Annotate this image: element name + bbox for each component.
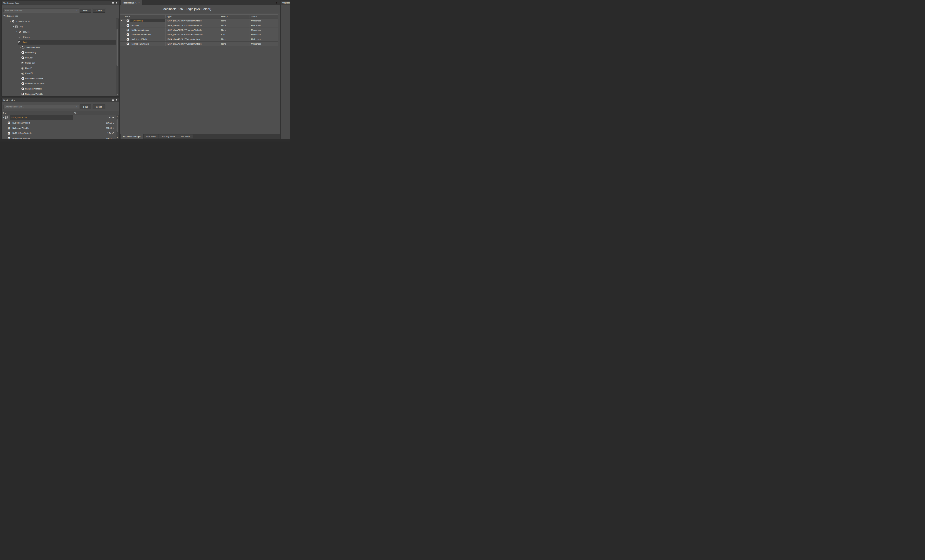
table-row-funlock[interactable]: B FunLock iSMA_platAAC20::NVBooleanWrita… [121,23,278,28]
panel-title: Device Kits [3,99,110,101]
kit-row-nvbooleanwritable[interactable]: B NVBooleanWritable 100.00 B [2,120,119,125]
tree-node-constfloat[interactable]: N ConstFloat [2,60,119,65]
restore-window-icon[interactable] [111,99,114,102]
nv-values-table-area: Name Type History Status ▶ B FunRunning … [120,13,280,134]
chevron-down-icon[interactable]: ▾ [16,41,18,43]
table-row-funrunning[interactable]: ▶ B FunRunning iSMA_platAAC20::NVBoolean… [121,18,278,23]
device-kits-panel-header: Device Kits [2,98,119,102]
column-header-type[interactable]: Type [166,15,220,18]
tree-node-drivers[interactable]: ▸ Drivers [2,35,119,39]
tab-wire-sheet[interactable]: Wire Sheet [143,134,159,139]
enum-badge-icon: E [127,38,129,41]
view-switch-tab-bar: NVvalues Manager Wire Sheet Property She… [120,134,280,139]
tree-node-label: ConstF1 [24,72,33,74]
chevron-right-icon[interactable]: ▸ [19,47,21,48]
view-title: localhost:1876 - Logic [sys::Folder] [163,7,211,11]
tab-slot-sheet[interactable]: Slot Sheet [178,134,193,139]
scroll-up-icon[interactable]: ▲ [116,19,118,21]
tree-node-funlock[interactable]: B FunLock [2,55,119,60]
workspace-tree-panel: Workspace Tree ▼ Find Clear Workspace Tr… [2,1,119,96]
chevron-right-icon[interactable]: ▸ [16,36,18,38]
tab-property-sheet[interactable]: Property Sheet [159,134,178,139]
chevron-down-icon[interactable]: ▾ [2,117,5,118]
scroll-up-icon[interactable]: ▲ [116,115,118,117]
enum-badge-icon: E [8,132,11,135]
tree-node-constf1[interactable]: N ConstF1 [2,71,119,76]
cell-name: FunRunning [130,19,166,23]
chevron-down-icon[interactable]: ▾ [9,21,12,22]
kit-row-size: 1.57 kB [73,116,119,119]
tree-node-nvmultistatewritable[interactable]: E NVMultiStateWritable [2,81,119,86]
kit-row-size: 112.00 B [73,127,119,129]
chevron-down-icon[interactable]: ▾ [12,26,15,27]
column-header-history[interactable]: History [220,15,250,18]
close-icon[interactable]: ✕ [138,2,140,4]
cell-type: iSMA_platAAC20::NVIntegerWritable [166,37,220,41]
chevron-right-icon[interactable]: ▸ [16,31,18,33]
restore-window-icon[interactable] [111,2,114,4]
table-row-nvbooleanwritable[interactable]: B NVBooleanWritable iSMA_platAAC20::NVBo… [121,42,278,46]
cell-type: iSMA_platAAC20::NVBooleanWritable [166,18,220,23]
device-kits-scrollbar[interactable]: ▲ ▼ [116,115,119,139]
scroll-down-icon[interactable]: ▼ [116,136,118,138]
object-properties-panel: Object P [281,1,290,139]
kit-row-nvnumericwritable[interactable]: N NVNumericWritable 120.00 B [2,136,119,139]
tree-node-funrunning[interactable]: B FunRunning [2,50,119,55]
tree-node-nvintegerwritable[interactable]: E NVIntegerWritable [2,86,119,91]
pin-icon[interactable] [115,99,118,102]
workspace-tree-scrollbar[interactable]: ▲ ▼ [116,18,119,96]
kit-row-nvmultistatewritable[interactable]: E NVMultiStateWritable 1.24 kB [2,131,119,136]
cell-status: Unlicensed [250,42,278,46]
tree-node-nvnumericwritable[interactable]: N NVNumericWritable [2,76,119,81]
tree-node-logic[interactable]: ▾ Logic [2,39,119,45]
search-input[interactable] [4,105,78,108]
column-header-size[interactable]: Size [73,112,119,114]
main-view: localhost:1876 ✕ + localhost:1876 - Logi… [120,0,280,139]
tree-node-measurements[interactable]: ▸ Measurements [2,45,119,50]
pin-icon[interactable] [115,2,118,4]
clear-button[interactable]: Clear [93,8,105,13]
combo-dropdown-icon[interactable]: ▼ [76,10,77,11]
cell-type: iSMA_platAAC20::NVNumericWritable [166,28,220,32]
kit-row-isma-plataac20[interactable]: ▾ iSMA_platAAC20 1.57 kB [2,115,119,120]
combo-dropdown-icon[interactable]: ▼ [76,106,77,107]
table-row-nvintegerwritable[interactable]: E NVIntegerWritable iSMA_platAAC20::NVIn… [121,37,278,42]
window-bottom-strip [0,139,290,142]
scrollbar-thumb[interactable] [116,119,118,132]
tree-node-localhost[interactable]: ▾ localhost:1876 [2,19,119,24]
object-panel-header: Object P [281,1,290,5]
tree-node-constfl[interactable]: N ConstFl [2,65,119,71]
search-input[interactable] [4,9,78,12]
workspace-search-row: ▼ Find Clear [2,5,119,13]
column-header-status[interactable]: Status [250,15,278,18]
find-button[interactable]: Find [80,104,91,109]
tree-node-nvbooleanwritable[interactable]: B NVBooleanWritable [2,91,119,96]
device-kits-search-combo[interactable]: ▼ [3,105,79,109]
find-button[interactable]: Find [80,8,91,13]
tab-nvvalues-manager[interactable]: NVvalues Manager [121,134,143,139]
table-row-nvmultistatewritable[interactable]: E NVMultiStateWritable iSMA_platAAC20::N… [121,32,278,37]
tree-node-label: service [22,31,30,33]
cell-history: None [220,37,250,41]
database-icon [15,25,18,28]
scrollbar-thumb[interactable] [116,29,118,66]
tree-node-label: FunLock [24,57,33,59]
nv-values-table: Name Type History Status ▶ B FunRunning … [121,14,278,46]
row-marker-icon: ▶ [121,18,123,23]
column-header-text[interactable]: Text [2,111,73,115]
table-row-nvnumericwritable[interactable]: N NVNumericWritable iSMA_platAAC20::NVNu… [121,28,278,32]
workspace-tree-panel-header: Workspace Tree [2,1,119,5]
tree-node-app[interactable]: ▾ app [2,24,119,29]
tab-localhost-1876[interactable]: localhost:1876 ✕ [121,0,143,5]
tree-node-service[interactable]: ▸ ⚙ service [2,29,119,35]
kit-row-nvintegerwritable[interactable]: E NVIntegerWritable 112.00 B [2,125,119,131]
clear-button[interactable]: Clear [93,104,105,109]
cell-history: None [220,28,250,32]
numeric-badge-icon: N [21,62,24,64]
numeric-badge-icon: N [8,137,11,139]
tree-node-label: Logic [22,41,28,43]
add-tab-icon[interactable]: + [276,1,277,4]
column-header-name[interactable]: Name [123,15,166,18]
scroll-down-icon[interactable]: ▼ [116,93,118,96]
workspace-search-combo[interactable]: ▼ [3,8,79,12]
